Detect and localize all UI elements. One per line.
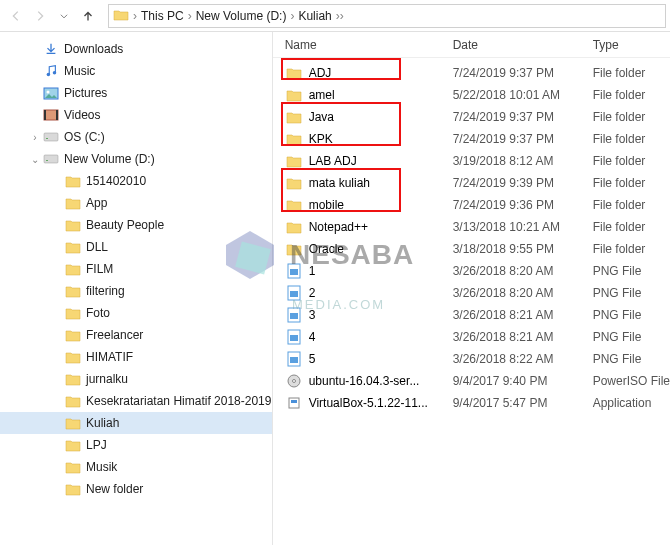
file-date: 7/24/2019 9:36 PM [453, 198, 593, 212]
png-icon [285, 285, 303, 301]
tree-item[interactable]: Kesekratariatan Himatif 2018-2019 [0, 390, 272, 412]
tree-item[interactable]: HIMATIF [0, 346, 272, 368]
column-header-name[interactable]: Name [273, 38, 453, 52]
tree-item[interactable]: ›OS (C:) [0, 126, 272, 148]
arrow-right-icon [33, 9, 47, 23]
tree-item-label: Kuliah [86, 416, 119, 430]
tree-item[interactable]: ⌄New Volume (D:) [0, 148, 272, 170]
file-row[interactable]: mata kuliah7/24/2019 9:39 PMFile folder [273, 172, 670, 194]
file-row[interactable]: Notepad++3/13/2018 10:21 AMFile folder [273, 216, 670, 238]
tree-item-label: OS (C:) [64, 130, 105, 144]
file-type: PowerISO File [593, 374, 670, 388]
file-type: PNG File [593, 352, 670, 366]
tree-item-label: Music [64, 64, 95, 78]
arrow-up-icon [81, 9, 95, 23]
file-row[interactable]: 53/26/2018 8:22 AMPNG File [273, 348, 670, 370]
png-icon [285, 307, 303, 323]
tree-item[interactable]: Pictures [0, 82, 272, 104]
tree-item[interactable]: Kuliah [0, 412, 272, 434]
tree-item[interactable]: Musik [0, 456, 272, 478]
file-name: 4 [309, 330, 316, 344]
svg-point-0 [47, 73, 51, 77]
file-row[interactable]: ubuntu-16.04.3-ser...9/4/2017 9:40 PMPow… [273, 370, 670, 392]
file-row[interactable]: Java7/24/2019 9:37 PMFile folder [273, 106, 670, 128]
file-date: 3/26/2018 8:22 AM [453, 352, 593, 366]
breadcrumb-segment[interactable]: This PC [137, 9, 188, 23]
file-row[interactable]: mobile7/24/2019 9:36 PMFile folder [273, 194, 670, 216]
file-row[interactable]: 13/26/2018 8:20 AMPNG File [273, 260, 670, 282]
file-type: File folder [593, 242, 670, 256]
svg-rect-8 [46, 138, 48, 139]
file-date: 7/24/2019 9:37 PM [453, 66, 593, 80]
svg-rect-7 [44, 133, 58, 141]
tree-item-label: Pictures [64, 86, 107, 100]
file-rows: ADJ7/24/2019 9:37 PMFile folderamel5/22/… [273, 58, 670, 414]
png-icon [285, 329, 303, 345]
tree-item[interactable]: Downloads [0, 38, 272, 60]
svg-rect-16 [290, 313, 298, 319]
png-icon [285, 263, 303, 279]
file-row[interactable]: 43/26/2018 8:21 AMPNG File [273, 326, 670, 348]
breadcrumb[interactable]: › This PC›New Volume (D:)›Kuliah› › [108, 4, 666, 28]
file-date: 3/19/2018 8:12 AM [453, 154, 593, 168]
file-date: 7/24/2019 9:37 PM [453, 110, 593, 124]
sidebar-tree[interactable]: DownloadsMusicPicturesVideos›OS (C:)⌄New… [0, 32, 272, 545]
column-header-date[interactable]: Date [453, 38, 593, 52]
expand-toggle-icon[interactable]: › [28, 132, 42, 143]
svg-rect-10 [46, 160, 48, 161]
file-row[interactable]: ADJ7/24/2019 9:37 PMFile folder [273, 62, 670, 84]
file-type: PNG File [593, 308, 670, 322]
column-header-type[interactable]: Type [593, 38, 670, 52]
file-row[interactable]: 33/26/2018 8:21 AMPNG File [273, 304, 670, 326]
tree-item[interactable]: Beauty People [0, 214, 272, 236]
file-date: 3/26/2018 8:20 AM [453, 286, 593, 300]
tree-item[interactable]: DLL [0, 236, 272, 258]
png-icon [285, 351, 303, 367]
tree-item[interactable]: FILM [0, 258, 272, 280]
tree-item[interactable]: filtering [0, 280, 272, 302]
svg-point-1 [53, 71, 57, 75]
tree-item[interactable]: jurnalku [0, 368, 272, 390]
file-row[interactable]: LAB ADJ3/19/2018 8:12 AMFile folder [273, 150, 670, 172]
svg-rect-24 [291, 400, 297, 403]
file-name: LAB ADJ [309, 154, 357, 168]
file-row[interactable]: VirtualBox-5.1.22-11...9/4/2017 5:47 PMA… [273, 392, 670, 414]
file-row[interactable]: 23/26/2018 8:20 AMPNG File [273, 282, 670, 304]
tree-item[interactable]: Freelancer [0, 324, 272, 346]
tree-item[interactable]: Foto [0, 302, 272, 324]
file-date: 5/22/2018 10:01 AM [453, 88, 593, 102]
file-row[interactable]: Oracle3/18/2018 9:55 PMFile folder [273, 238, 670, 260]
file-type: File folder [593, 88, 670, 102]
tree-item[interactable]: New folder [0, 478, 272, 500]
tree-item[interactable]: 151402010 [0, 170, 272, 192]
file-date: 3/26/2018 8:21 AM [453, 330, 593, 344]
file-date: 3/13/2018 10:21 AM [453, 220, 593, 234]
breadcrumb-segment[interactable]: Kuliah [294, 9, 335, 23]
nav-up-button[interactable] [76, 4, 100, 28]
folder-icon [285, 241, 303, 257]
breadcrumb-segment[interactable]: New Volume (D:) [192, 9, 291, 23]
folder-icon [64, 459, 82, 475]
folder-icon [64, 173, 82, 189]
file-row[interactable]: KPK7/24/2019 9:37 PMFile folder [273, 128, 670, 150]
file-name: VirtualBox-5.1.22-11... [309, 396, 428, 410]
file-row[interactable]: amel5/22/2018 10:01 AMFile folder [273, 84, 670, 106]
nav-forward-button[interactable] [28, 4, 52, 28]
nav-recent-button[interactable] [52, 4, 76, 28]
tree-item[interactable]: Videos [0, 104, 272, 126]
tree-item-label: Beauty People [86, 218, 164, 232]
nav-back-button[interactable] [4, 4, 28, 28]
main-area: DownloadsMusicPicturesVideos›OS (C:)⌄New… [0, 32, 670, 545]
tree-item[interactable]: App [0, 192, 272, 214]
file-name: mata kuliah [309, 176, 370, 190]
svg-rect-6 [56, 110, 58, 120]
svg-point-3 [47, 90, 50, 93]
file-date: 3/26/2018 8:21 AM [453, 308, 593, 322]
tree-item[interactable]: Music [0, 60, 272, 82]
download-icon [42, 41, 60, 57]
expand-toggle-icon[interactable]: ⌄ [28, 154, 42, 165]
tree-item[interactable]: LPJ [0, 434, 272, 456]
tree-item-label: HIMATIF [86, 350, 133, 364]
file-name: Notepad++ [309, 220, 368, 234]
folder-icon [285, 153, 303, 169]
